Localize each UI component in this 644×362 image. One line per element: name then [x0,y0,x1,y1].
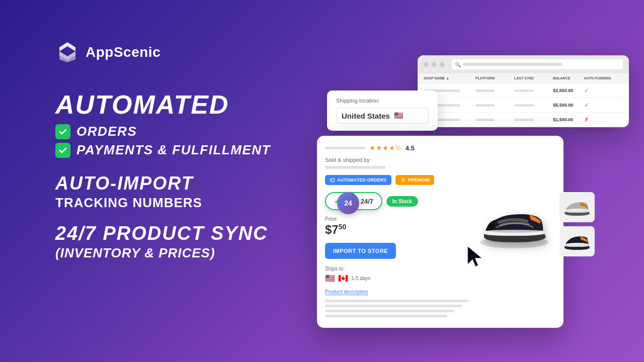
in-stock-badge: In Stock [386,196,418,207]
product-images-area [475,192,555,320]
browser-window: 🔍 SHOP NAME ▲ PLATFORM LAST SYNC BALANCE… [418,55,629,127]
cell-sync-3 [514,119,534,121]
feature-text-orders: ORDERS [76,124,137,139]
thumb-shoe-2 [562,229,592,254]
badge-auto-orders: AUTOMATED ORDERS [325,175,391,185]
left-panel: AppScenic AUTOMATED ORDERS PAYMENTS & [55,40,297,273]
automated-section: AUTOMATED ORDERS PAYMENTS & FULFILLMENT [55,89,297,158]
shipping-label: Shipping location: [336,98,429,104]
cell-auto-3: ✗ [584,116,623,123]
cell-platform-3 [475,119,495,121]
sync-subtitle: (INVENTORY & PRICES) [55,245,297,261]
desc-line-3 [325,310,454,312]
cell-balance-1: $2,550.00 [553,88,584,93]
sync-section: 24/7 PRODUCT SYNC (INVENTORY & PRICES) [55,223,297,261]
badge-premium-text: PREMIUM [408,177,430,183]
price-label: Price: [325,216,469,222]
table-row: $1,500.00 ✗ [418,113,629,127]
shoe-main-image [475,192,555,257]
import-button[interactable]: IMPORT TO STORE [325,243,396,259]
price-cents: 50 [339,223,347,231]
right-panel: 🔍 SHOP NAME ▲ PLATFORM LAST SYNC BALANCE… [317,25,629,347]
cell-sync-2 [514,104,534,107]
product-card: ★★★★½ 4.5 Sold & shipped by: AUTOMATED O… [317,136,564,328]
browser-titlebar: 🔍 [418,55,629,73]
col-shop-name: SHOP NAME ▲ [424,76,475,80]
desc-lines [325,300,469,317]
rating-stars: ★★★★½ [369,144,401,152]
cell-auto-2: ✓ [584,102,623,109]
feature-payments: PAYMENTS & FULFILLMENT [55,142,297,158]
table-row: $5,500.00 ✓ [418,98,629,113]
star-icon: ⭐ [400,177,406,183]
shipping-text: United States [342,112,390,120]
badge-row: AUTOMATED ORDERS ⭐ PREMIUM [325,175,555,185]
main-heading: AUTOMATED [55,89,297,120]
logo-text: AppScenic [86,44,160,60]
cell-platform-1 [475,89,495,92]
rating-row: ★★★★½ 4.5 [325,144,555,152]
feature-orders: ORDERS [55,124,297,139]
auto-import-title: AUTO-IMPORT [55,173,297,194]
cursor-arrow-svg [465,244,486,269]
sync-icon [330,177,335,183]
browser-dot-3 [440,62,445,67]
desc-line-1 [325,300,469,302]
feature-text-payments: PAYMENTS & FULFILLMENT [76,142,271,158]
cell-balance-2: $5,500.00 [553,103,584,108]
check-badge-payments [55,143,70,158]
rating-value: 4.5 [406,144,415,152]
col-last-sync: LAST SYNC [514,76,553,80]
ships-days: 1-5 days [351,276,370,281]
sync-title: 24/7 PRODUCT SYNC [55,223,297,244]
auto-import-section: AUTO-IMPORT TRACKING NUMBERS [55,173,297,211]
browser-search-icon: 🔍 [455,62,461,67]
col-auto-funding: AUTO-FUNDING [584,76,623,80]
browser-dot-2 [432,62,437,67]
top-line [325,147,365,149]
thumbnails-column [559,192,595,256]
desc-line-2 [325,305,462,307]
feature-list: ORDERS PAYMENTS & FULFILLMENT [55,124,297,158]
sync-number: 24 [344,199,352,207]
shipping-value: United States 🇺🇸 [336,108,429,124]
cursor-area [465,244,486,269]
table-header: SHOP NAME ▲ PLATFORM LAST SYNC BALANCE A… [418,73,629,83]
logo-icon [55,40,79,64]
browser-dot-1 [424,62,429,67]
sync-circle: 24 [337,192,359,214]
thumb-2 [559,226,595,256]
cell-sync-1 [514,89,534,92]
price-display: $750 [325,223,469,237]
table-row: $2,550.00 ✓ [418,83,629,98]
sold-by-line [325,166,385,169]
product-main: ✓ Sync 24/7 In Stock Price: $750 IMPORT … [325,192,555,320]
sync-floating: 24 [337,192,359,214]
thumb-shoe-1 [562,195,592,220]
product-desc-link[interactable]: Product description [325,289,368,295]
badge-premium: ⭐ PREMIUM [395,175,435,185]
check-badge-orders [55,124,70,139]
sold-by-text: Sold & shipped by: [325,157,555,163]
tracking-subtitle: TRACKING NUMBERS [55,195,297,211]
thumb-1 [559,192,595,222]
ships-to-text: Ships to: [325,266,469,272]
price-dollars: $7 [325,223,339,236]
badge-orders-text: AUTOMATED ORDERS [337,177,386,183]
browser-search-bar: 🔍 [452,59,623,69]
check-icon-payments [58,146,67,155]
col-balance: BALANCE [553,76,584,80]
col-platform: PLATFORM [475,76,514,80]
logo-area: AppScenic [55,40,297,64]
shipping-card: Shipping location: United States 🇺🇸 [327,90,438,131]
desc-line-4 [325,315,447,317]
svg-marker-1 [467,246,482,267]
cell-balance-3: $1,500.00 [553,117,584,122]
cell-auto-1: ✓ [584,87,623,94]
shoe-svg [476,195,554,255]
shipping-flag: 🇺🇸 [394,111,404,120]
flag-us: 🇺🇸 [325,274,335,283]
ships-to-flags: 🇺🇸 🇨🇦 1-5 days [325,274,469,283]
check-icon-orders [58,127,67,136]
cell-platform-2 [475,104,495,107]
